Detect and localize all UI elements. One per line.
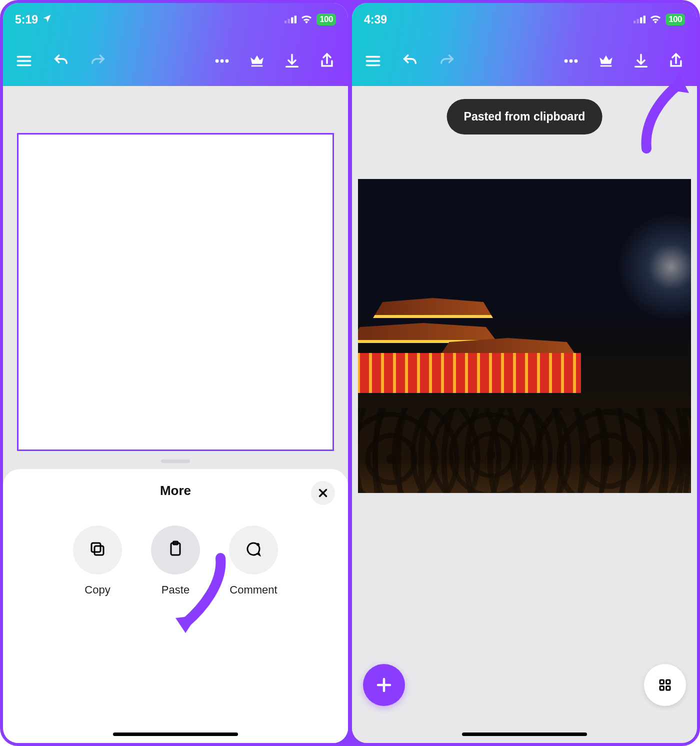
svg-rect-30 bbox=[660, 680, 664, 684]
undo-icon[interactable] bbox=[400, 51, 420, 71]
redo-icon[interactable] bbox=[437, 51, 457, 71]
editor-workarea bbox=[352, 86, 697, 743]
copy-label: Copy bbox=[84, 584, 110, 596]
pasted-image[interactable] bbox=[358, 179, 691, 493]
svg-point-7 bbox=[216, 60, 219, 63]
more-icon[interactable] bbox=[561, 51, 581, 71]
svg-rect-33 bbox=[666, 686, 670, 690]
crown-icon[interactable] bbox=[596, 51, 616, 71]
panel-divider bbox=[348, 3, 352, 743]
battery-indicator: 100 bbox=[316, 14, 336, 26]
cellular-icon bbox=[284, 13, 296, 26]
phone-right: 4:39 100 bbox=[352, 3, 697, 743]
svg-point-27 bbox=[574, 60, 578, 63]
location-icon bbox=[42, 13, 52, 26]
svg-point-8 bbox=[220, 60, 224, 63]
share-icon[interactable] bbox=[666, 51, 686, 71]
cellular-icon bbox=[634, 13, 646, 26]
battery-indicator: 100 bbox=[666, 14, 685, 26]
svg-rect-32 bbox=[660, 686, 664, 690]
pages-button[interactable] bbox=[644, 664, 686, 706]
crown-icon[interactable] bbox=[247, 51, 267, 71]
svg-rect-13 bbox=[92, 543, 100, 552]
comment-label: Comment bbox=[230, 584, 277, 596]
svg-point-26 bbox=[570, 60, 573, 63]
sheet-handle[interactable] bbox=[161, 460, 190, 463]
svg-rect-12 bbox=[94, 546, 104, 555]
svg-rect-0 bbox=[284, 20, 286, 23]
status-time: 5:19 bbox=[15, 13, 38, 26]
svg-point-25 bbox=[564, 60, 568, 63]
status-bar: 4:39 100 bbox=[352, 3, 697, 36]
annotation-arrow bbox=[173, 553, 233, 640]
home-indicator bbox=[113, 732, 238, 736]
copy-icon bbox=[88, 540, 106, 560]
svg-rect-2 bbox=[291, 17, 293, 23]
status-bar: 5:19 100 bbox=[3, 3, 348, 36]
download-icon[interactable] bbox=[282, 51, 302, 71]
share-icon[interactable] bbox=[317, 51, 337, 71]
home-indicator bbox=[462, 732, 587, 736]
status-time: 4:39 bbox=[364, 13, 387, 26]
download-icon[interactable] bbox=[631, 51, 651, 71]
editor-toolbar bbox=[3, 36, 348, 86]
svg-rect-20 bbox=[640, 17, 642, 23]
undo-icon[interactable] bbox=[51, 51, 71, 71]
blank-canvas[interactable] bbox=[17, 133, 334, 451]
wifi-icon bbox=[650, 13, 662, 26]
svg-rect-1 bbox=[288, 18, 290, 23]
toast: Pasted from clipboard bbox=[447, 99, 602, 134]
svg-rect-31 bbox=[666, 680, 670, 684]
sheet-title: More bbox=[3, 483, 348, 498]
menu-icon[interactable] bbox=[363, 51, 383, 71]
close-button[interactable] bbox=[311, 481, 335, 505]
svg-rect-21 bbox=[644, 16, 646, 23]
comment-icon bbox=[244, 540, 262, 560]
wifi-icon bbox=[300, 13, 312, 26]
copy-action[interactable]: Copy bbox=[73, 526, 122, 596]
svg-rect-3 bbox=[294, 16, 296, 23]
svg-rect-18 bbox=[634, 20, 636, 23]
redo-icon[interactable] bbox=[88, 51, 108, 71]
more-icon[interactable] bbox=[212, 51, 232, 71]
annotation-arrow bbox=[639, 71, 694, 158]
svg-point-9 bbox=[226, 60, 229, 63]
menu-icon[interactable] bbox=[14, 51, 34, 71]
comment-action[interactable]: Comment bbox=[229, 526, 278, 596]
phone-left: 5:19 100 bbox=[3, 3, 348, 743]
add-button[interactable] bbox=[363, 664, 405, 706]
svg-rect-19 bbox=[637, 18, 639, 23]
